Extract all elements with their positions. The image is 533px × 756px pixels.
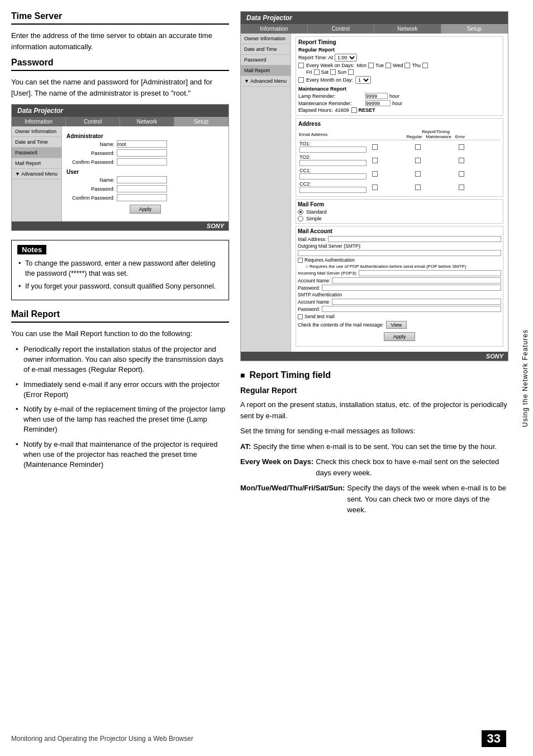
password-title: Password (11, 58, 229, 71)
mail-sidebar-mailreport[interactable]: Mail Report (241, 65, 291, 76)
device-sidebar-mail: Owner Information Date and Time Password… (241, 34, 291, 352)
view-button[interactable]: View (386, 321, 407, 329)
simple-radio[interactable] (298, 216, 303, 221)
cc1-maintenance-checkbox[interactable] (415, 171, 421, 177)
every-month-checkbox[interactable] (298, 77, 304, 83)
every-month-select[interactable]: 1 (355, 76, 371, 84)
mail-nav-information[interactable]: Information (241, 24, 308, 34)
cc2-error-checkbox[interactable] (459, 185, 464, 190)
lamp-reminder-input[interactable] (365, 93, 388, 99)
admin-section-title: Administrator (66, 133, 224, 139)
admin-confirm-row: Confirm Password: (66, 158, 224, 166)
to1-input[interactable] (299, 147, 367, 153)
mail-sidebar-owner[interactable]: Owner Information (241, 34, 291, 44)
to2-input[interactable] (299, 160, 367, 166)
requires-auth-label: Requires Authentication (304, 257, 355, 263)
incoming-server-label: Incoming Mail Server (POP3): (298, 271, 357, 276)
def-days-term: Mon/Tue/Wed/Thu/Fri/Sat/Sun: (240, 483, 345, 516)
cc1-input[interactable] (299, 173, 367, 179)
definition-list: AT: Specify the time when e-mail is to b… (240, 441, 508, 516)
mail-form-section: Mail Form Standard Simple (296, 199, 503, 224)
sidebar-date-time[interactable]: Date and Time (12, 137, 61, 148)
to1-error-checkbox[interactable] (459, 144, 464, 150)
account-password-input[interactable] (322, 285, 501, 291)
cc1-regular-checkbox[interactable] (372, 171, 378, 177)
account-name-row: Account Name: (298, 277, 501, 284)
cc2-maintenance-checkbox[interactable] (415, 185, 421, 190)
smtp-password-input[interactable] (322, 306, 501, 312)
mail-nav-network[interactable]: Network (374, 24, 441, 34)
sidebar-owner-info[interactable]: Owner Information (12, 126, 61, 137)
outgoing-server-input[interactable] (298, 250, 501, 256)
cc2-label: CC2: (298, 181, 371, 194)
cc2-regular-checkbox[interactable] (372, 185, 378, 190)
day-fri-checkbox[interactable] (314, 69, 320, 75)
pop-auth-note: ○ Requires the use of POP Authentication… (306, 264, 501, 269)
to2-error-checkbox[interactable] (459, 158, 464, 163)
lamp-reminder-row: Lamp Reminder: hour (298, 93, 501, 99)
day-sat-checkbox[interactable] (330, 69, 336, 75)
lamp-reminder-label: Lamp Reminder: (298, 93, 365, 99)
mail-apply-button[interactable]: Apply (384, 332, 416, 341)
requires-auth-checkbox[interactable] (298, 258, 303, 263)
admin-password-label: Password: (66, 150, 117, 156)
user-password-input[interactable] (117, 185, 167, 192)
user-name-label: Name: (66, 177, 117, 183)
admin-password-input[interactable] (117, 149, 167, 157)
day-wed-checkbox[interactable] (404, 63, 410, 68)
smtp-auth-label: SMTP Authentication (298, 292, 501, 297)
device-footer-mail: SONY (241, 352, 508, 361)
admin-password-row: Password: (66, 149, 224, 157)
maintenance-reminder-input[interactable] (365, 100, 391, 106)
user-confirm-input[interactable] (117, 194, 167, 201)
to1-regular-checkbox[interactable] (372, 144, 378, 150)
nav-network[interactable]: Network (120, 117, 174, 126)
page-footer: Monitoring and Operating the Projector U… (0, 730, 517, 747)
device-brand-mail: Data Projector (241, 12, 508, 24)
mail-sidebar-password[interactable]: Password (241, 55, 291, 65)
reset-checkbox[interactable] (351, 107, 357, 113)
day-mon-checkbox[interactable] (368, 63, 374, 68)
report-timing-field-title: Report Timing field (240, 370, 508, 380)
elapsed-label: Elapsed Hours: (298, 107, 333, 113)
nav-information[interactable]: Information (12, 117, 66, 126)
report-time-select[interactable]: 1:00 (335, 54, 357, 62)
admin-confirm-input[interactable] (117, 158, 167, 166)
elapsed-value: 41609 (335, 107, 349, 113)
to2-maintenance-checkbox[interactable] (415, 158, 421, 163)
mail-sidebar-advanced[interactable]: ▼ Advanced Menu (241, 76, 291, 87)
user-name-input[interactable] (117, 176, 167, 183)
day-tue-checkbox[interactable] (386, 63, 391, 68)
mail-nav-setup[interactable]: Setup (441, 24, 508, 34)
day-sun-checkbox[interactable] (348, 69, 354, 75)
mail-address-input[interactable] (328, 236, 501, 242)
incoming-server-input[interactable] (359, 270, 501, 276)
def-days-desc: Specify the days of the week when e-mail… (347, 483, 508, 516)
check-contents-label: Check the contents of the mail message: (298, 322, 384, 328)
to2-regular-checkbox[interactable] (372, 158, 378, 163)
account-name-input[interactable] (332, 277, 501, 284)
sidebar-password[interactable]: Password (12, 148, 61, 158)
cc2-input[interactable] (299, 187, 367, 193)
nav-control[interactable]: Control (66, 117, 120, 126)
device-footer-password: SONY (12, 221, 229, 230)
sidebar-advanced-menu[interactable]: ▼ Advanced Menu (12, 169, 61, 179)
password-apply-button[interactable]: Apply (130, 205, 161, 214)
cc1-error-checkbox[interactable] (459, 171, 464, 177)
to1-maintenance-checkbox[interactable] (415, 144, 421, 150)
cc1-label: CC1: (298, 167, 371, 181)
every-week-checkbox[interactable] (298, 63, 304, 68)
mail-sidebar-datetime[interactable]: Date and Time (241, 44, 291, 55)
device-sidebar-password: Owner Information Date and Time Password… (12, 126, 62, 221)
notes-header: Notes (17, 245, 46, 254)
sidebar-mail-report[interactable]: Mail Report (12, 158, 61, 169)
standard-radio[interactable] (298, 209, 303, 215)
nav-setup[interactable]: Setup (174, 117, 229, 126)
admin-name-input[interactable] (117, 140, 167, 148)
to1-label: TO1: (298, 140, 371, 154)
smtp-account-label: Account Name: (298, 299, 330, 305)
day-thu-checkbox[interactable] (422, 63, 428, 68)
send-test-checkbox[interactable] (298, 314, 303, 319)
smtp-account-input[interactable] (332, 299, 501, 305)
mail-nav-control[interactable]: Control (308, 24, 375, 34)
